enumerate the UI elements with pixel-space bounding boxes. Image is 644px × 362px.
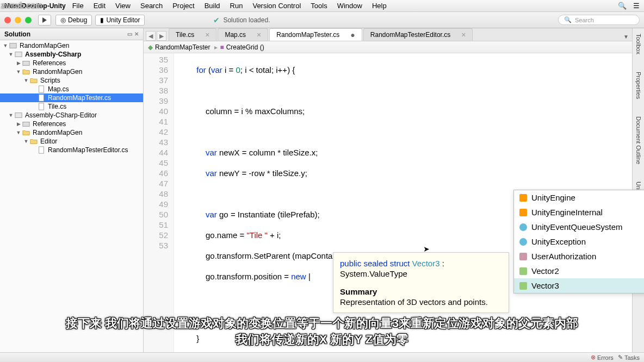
status-bar: ⊗Errors ✎Tasks: [0, 352, 644, 362]
tree-file-map[interactable]: Map.cs: [0, 85, 143, 93]
autocomplete-popup[interactable]: UnityEngine UnityEngineInternal UnityEve…: [513, 190, 644, 294]
menu-search[interactable]: Search: [140, 2, 163, 10]
device-label: Unity Editor: [106, 16, 140, 24]
autocomplete-item[interactable]: Vector2: [514, 264, 644, 278]
close-window-button[interactable]: [4, 17, 11, 23]
svg-rect-6: [39, 103, 44, 110]
menu-help[interactable]: Help: [372, 2, 387, 10]
menu-view[interactable]: View: [115, 2, 131, 10]
errors-button[interactable]: ⊗Errors: [591, 354, 614, 361]
device-dropdown[interactable]: ▮ Unity Editor: [95, 15, 145, 26]
tree-scripts-folder[interactable]: ▼Scripts: [0, 76, 143, 85]
menu-file[interactable]: File: [72, 2, 84, 10]
tree-references-2[interactable]: ▶References: [0, 120, 143, 128]
tab-overflow-icon[interactable]: ▼: [620, 33, 632, 41]
window-controls: [4, 17, 32, 23]
properties-tab[interactable]: Properties: [634, 68, 643, 102]
toolbox-tab[interactable]: Toolbox: [634, 30, 643, 58]
configuration-dropdown[interactable]: ◎ Debug: [55, 15, 92, 26]
svg-rect-3: [23, 61, 29, 66]
menubar: MonoDevelop-Unity File Edit View Search …: [0, 0, 644, 12]
tree-assembly-csharp-editor[interactable]: ▼Assembly-CSharp-Editor: [0, 111, 143, 120]
search-placeholder: Search: [575, 17, 594, 23]
autocomplete-item[interactable]: UnityEngine: [514, 190, 644, 205]
solution-tree: ▼RandomMapGen ▼Assembly-CSharp ▶Referenc…: [0, 40, 143, 155]
minimize-window-button[interactable]: [15, 17, 21, 23]
menu-version-control[interactable]: Version Control: [252, 2, 301, 10]
tab-map[interactable]: Map.cs×: [218, 28, 268, 41]
tree-editor-folder[interactable]: ▼Editor: [0, 137, 143, 146]
menu-build[interactable]: Build: [205, 2, 220, 10]
svg-rect-2: [15, 52, 22, 57]
target-icon: ◎: [60, 16, 66, 24]
solution-title: Solution: [4, 30, 30, 38]
solution-panel: Solution ▭✕ ▼RandomMapGen ▼Assembly-CSha…: [0, 28, 144, 362]
tree-file-tile[interactable]: Tile.cs: [0, 102, 143, 111]
check-icon: ✔: [213, 16, 220, 24]
close-tab-icon[interactable]: ×: [257, 30, 261, 39]
breadcrumb-class[interactable]: ◆RandomMapTester: [148, 43, 210, 51]
menu-project[interactable]: Project: [172, 2, 194, 10]
svg-rect-8: [23, 122, 29, 127]
document-outline-tab[interactable]: Document Outline: [634, 113, 643, 167]
play-button[interactable]: [38, 15, 51, 26]
tree-file-editor[interactable]: RandomMapTesterEditor.cs: [0, 146, 143, 154]
tree-file-randommaptester[interactable]: RandomMapTester.cs: [0, 93, 143, 102]
tree-randommapgen-folder[interactable]: ▼RandomMapGen: [0, 67, 143, 76]
tab-bar: ◀ ▶ Tile.cs× Map.cs× RandomMapTester.cs●…: [144, 28, 632, 41]
close-tab-icon[interactable]: ×: [205, 30, 209, 39]
autocomplete-item[interactable]: UnityEngineInternal: [514, 205, 644, 220]
breadcrumb-bar: ◆RandomMapTester ▸ ■CreateGrid (): [144, 41, 632, 53]
tree-assembly-csharp[interactable]: ▼Assembly-CSharp: [0, 50, 143, 59]
search-icon[interactable]: 🔍: [618, 2, 627, 10]
menu-run[interactable]: Run: [230, 2, 243, 10]
svg-rect-1: [10, 43, 16, 48]
search-input[interactable]: 🔍 Search: [558, 15, 640, 25]
menu-toggle-icon[interactable]: ☰: [633, 2, 640, 10]
breadcrumb-method[interactable]: ■CreateGrid (): [220, 43, 264, 51]
menu-edit[interactable]: Edit: [94, 2, 106, 10]
solution-status-text: Solution loaded.: [223, 16, 270, 24]
solution-status: ✔ Solution loaded.: [213, 16, 270, 24]
tab-tile[interactable]: Tile.cs×: [169, 28, 216, 41]
tab-randommaptestereditor[interactable]: RandomMapTesterEditor.cs×: [363, 28, 473, 41]
tree-solution-root[interactable]: ▼RandomMapGen: [0, 41, 143, 50]
device-icon: ▮: [100, 16, 104, 24]
autocomplete-item[interactable]: UnityEventQueueSystem: [514, 220, 644, 234]
tasks-button[interactable]: ✎Tasks: [618, 354, 640, 361]
tab-randommaptester[interactable]: RandomMapTester.cs●: [269, 28, 362, 41]
collapse-icon[interactable]: ▭: [127, 31, 132, 37]
svg-rect-7: [15, 113, 22, 118]
tree-references[interactable]: ▶References: [0, 59, 143, 67]
autocomplete-item[interactable]: UnityException: [514, 234, 644, 249]
close-tab-icon[interactable]: ●: [350, 30, 355, 39]
solution-panel-header: Solution ▭✕: [0, 28, 143, 40]
close-panel-icon[interactable]: ✕: [134, 31, 139, 37]
signature-tooltip: public sealed struct Vector3 : System.Va…: [333, 252, 509, 313]
editor-area: ◀ ▶ Tile.cs× Map.cs× RandomMapTester.cs●…: [144, 28, 632, 362]
menu-tools[interactable]: Tools: [311, 2, 327, 10]
nav-back-button[interactable]: ◀: [146, 31, 156, 41]
menu-window[interactable]: Window: [337, 2, 362, 10]
close-tab-icon[interactable]: ×: [461, 30, 466, 39]
svg-marker-0: [42, 17, 47, 23]
configuration-label: Debug: [68, 16, 87, 24]
svg-rect-9: [39, 147, 44, 153]
app-name: MonoDevelop-Unity: [4, 2, 66, 10]
line-gutter: 35363738394041424344454647484950515253: [144, 53, 174, 362]
svg-rect-4: [39, 86, 44, 92]
svg-rect-5: [39, 95, 44, 101]
autocomplete-item-selected[interactable]: Vector3: [514, 278, 644, 293]
toolbar: ◎ Debug ▮ Unity Editor ✔ Solution loaded…: [0, 12, 644, 28]
nav-forward-button[interactable]: ▶: [157, 31, 166, 41]
autocomplete-item[interactable]: UserAuthorization: [514, 249, 644, 264]
tree-randommapgen-folder-2[interactable]: ▼RandomMapGen: [0, 128, 143, 137]
search-icon: 🔍: [564, 16, 572, 23]
maximize-window-button[interactable]: [25, 17, 32, 23]
